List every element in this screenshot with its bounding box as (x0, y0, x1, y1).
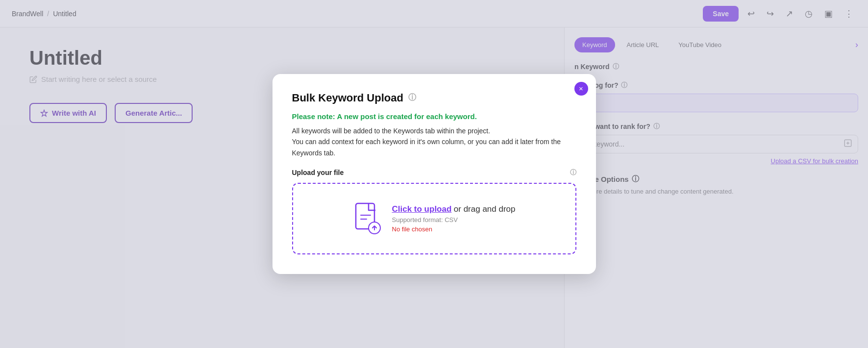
upload-dropzone[interactable]: Click to upload or drag and drop Support… (292, 183, 576, 254)
bulk-keyword-upload-modal: × Bulk Keyword Upload ⓘ Please note: A n… (273, 74, 596, 274)
no-file-status: No file chosen (392, 225, 516, 233)
modal-description: All keywords will be added to the Keywor… (292, 125, 576, 158)
upload-click-line: Click to upload or drag and drop (392, 204, 516, 214)
modal-title: Bulk Keyword Upload ⓘ (292, 92, 576, 104)
close-icon: × (579, 84, 583, 93)
modal-overlay: × Bulk Keyword Upload ⓘ Please note: A n… (0, 0, 868, 348)
upload-text-block: Click to upload or drag and drop Support… (392, 204, 516, 233)
or-drag-text: or drag and drop (454, 204, 516, 214)
upload-info-icon: ⓘ (570, 168, 576, 177)
modal-title-info-icon: ⓘ (408, 93, 416, 103)
click-to-upload-link[interactable]: Click to upload (392, 204, 452, 214)
modal-note: Please note: A new post is created for e… (292, 112, 576, 121)
upload-dropzone-inner: Click to upload or drag and drop Support… (353, 201, 516, 236)
modal-close-button[interactable]: × (574, 82, 588, 96)
upload-label: Upload your file ⓘ (292, 168, 576, 177)
supported-format: Supported format: CSV (392, 216, 516, 224)
background-page: BrandWell / Untitled Save ↩ ↪ ↗ ◷ ▣ ⋮ (0, 0, 868, 348)
file-upload-icon (353, 201, 382, 236)
